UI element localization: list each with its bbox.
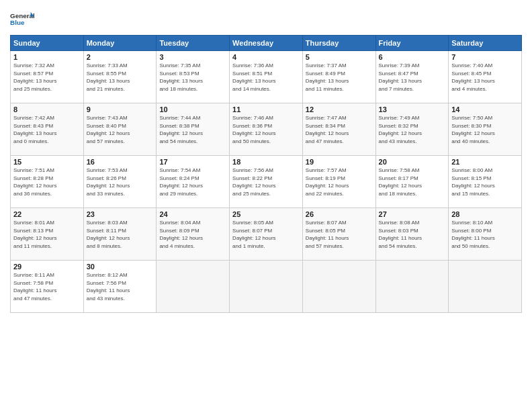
day-detail: Sunrise: 8:00 AMSunset: 8:15 PMDaylight:… [451, 167, 519, 197]
day-detail: Sunrise: 7:51 AMSunset: 8:28 PMDaylight:… [13, 167, 81, 197]
weekday-header: Monday [83, 36, 157, 51]
svg-text:Blue: Blue [10, 19, 25, 26]
day-detail: Sunrise: 7:35 AMSunset: 8:53 PMDaylight:… [159, 62, 226, 93]
day-detail: Sunrise: 8:04 AMSunset: 8:09 PMDaylight:… [159, 219, 226, 250]
day-detail: Sunrise: 7:50 AMSunset: 8:30 PMDaylight:… [451, 114, 519, 145]
day-detail: Sunrise: 7:58 AMSunset: 8:17 PMDaylight:… [379, 167, 446, 197]
day-detail: Sunrise: 8:12 AMSunset: 7:56 PMDaylight:… [87, 271, 154, 302]
weekday-header: Saturday [449, 36, 522, 51]
day-number: 15 [13, 158, 81, 166]
calendar-header-row: SundayMondayTuesdayWednesdayThursdayFrid… [11, 36, 522, 51]
calendar-day-cell: 7 Sunrise: 7:40 AMSunset: 8:45 PMDayligh… [449, 51, 522, 103]
day-detail: Sunrise: 7:33 AMSunset: 8:55 PMDaylight:… [87, 62, 154, 93]
day-number: 19 [306, 158, 373, 166]
day-number: 2 [87, 53, 154, 61]
calendar-day-cell: 6 Sunrise: 7:39 AMSunset: 8:47 PMDayligh… [375, 51, 449, 103]
day-number: 25 [232, 210, 300, 218]
day-detail: Sunrise: 7:32 AMSunset: 8:57 PMDaylight:… [13, 62, 81, 93]
calendar-day-cell [302, 261, 375, 313]
day-detail: Sunrise: 7:37 AMSunset: 8:49 PMDaylight:… [306, 62, 373, 93]
page: General Blue SundayMondayTuesdayWednesda… [0, 0, 532, 411]
day-number: 12 [306, 105, 373, 113]
day-number: 1 [13, 53, 81, 61]
calendar-day-cell [375, 261, 449, 313]
calendar-week-row: 1 Sunrise: 7:32 AMSunset: 8:57 PMDayligh… [11, 51, 522, 103]
calendar-week-row: 29 Sunrise: 8:11 AMSunset: 7:58 PMDaylig… [11, 261, 522, 313]
day-detail: Sunrise: 7:36 AMSunset: 8:51 PMDaylight:… [232, 62, 300, 93]
calendar-day-cell: 4 Sunrise: 7:36 AMSunset: 8:51 PMDayligh… [230, 51, 303, 103]
day-number: 28 [451, 210, 519, 218]
weekday-header: Thursday [302, 36, 375, 51]
calendar-day-cell: 11 Sunrise: 7:46 AMSunset: 8:36 PMDaylig… [230, 103, 303, 156]
calendar-day-cell: 10 Sunrise: 7:44 AMSunset: 8:38 PMDaylig… [157, 103, 230, 156]
calendar-day-cell: 15 Sunrise: 7:51 AMSunset: 8:28 PMDaylig… [11, 156, 84, 208]
day-number: 20 [379, 158, 446, 166]
weekday-header: Friday [375, 36, 449, 51]
day-number: 6 [379, 53, 446, 61]
calendar-day-cell: 16 Sunrise: 7:53 AMSunset: 8:26 PMDaylig… [83, 156, 157, 208]
logo-svg: General Blue [10, 7, 34, 31]
day-detail: Sunrise: 8:05 AMSunset: 8:07 PMDaylight:… [232, 219, 300, 250]
day-detail: Sunrise: 8:07 AMSunset: 8:05 PMDaylight:… [306, 219, 373, 250]
calendar-day-cell: 28 Sunrise: 8:10 AMSunset: 8:00 PMDaylig… [449, 208, 522, 261]
day-number: 24 [159, 210, 226, 218]
calendar-day-cell: 23 Sunrise: 8:03 AMSunset: 8:11 PMDaylig… [83, 208, 157, 261]
calendar-day-cell: 3 Sunrise: 7:35 AMSunset: 8:53 PMDayligh… [157, 51, 230, 103]
day-number: 30 [87, 263, 154, 271]
day-number: 17 [159, 158, 226, 166]
day-number: 10 [159, 105, 226, 113]
calendar-day-cell: 2 Sunrise: 7:33 AMSunset: 8:55 PMDayligh… [83, 51, 157, 103]
day-detail: Sunrise: 7:57 AMSunset: 8:19 PMDaylight:… [306, 167, 373, 197]
calendar-day-cell [230, 261, 303, 313]
day-detail: Sunrise: 8:11 AMSunset: 7:58 PMDaylight:… [13, 271, 81, 302]
logo: General Blue [10, 7, 34, 31]
calendar-day-cell: 26 Sunrise: 8:07 AMSunset: 8:05 PMDaylig… [302, 208, 375, 261]
day-detail: Sunrise: 8:08 AMSunset: 8:03 PMDaylight:… [379, 219, 446, 250]
day-number: 29 [13, 263, 81, 271]
day-number: 9 [87, 105, 154, 113]
calendar-day-cell: 8 Sunrise: 7:42 AMSunset: 8:43 PMDayligh… [11, 103, 84, 156]
weekday-header: Tuesday [157, 36, 230, 51]
day-detail: Sunrise: 7:47 AMSunset: 8:34 PMDaylight:… [306, 114, 373, 145]
calendar-week-row: 15 Sunrise: 7:51 AMSunset: 8:28 PMDaylig… [11, 156, 522, 208]
day-detail: Sunrise: 7:46 AMSunset: 8:36 PMDaylight:… [232, 114, 300, 145]
day-number: 5 [306, 53, 373, 61]
calendar-day-cell: 20 Sunrise: 7:58 AMSunset: 8:17 PMDaylig… [375, 156, 449, 208]
calendar-day-cell: 14 Sunrise: 7:50 AMSunset: 8:30 PMDaylig… [449, 103, 522, 156]
calendar-table: SundayMondayTuesdayWednesdayThursdayFrid… [10, 35, 522, 313]
calendar-day-cell: 18 Sunrise: 7:56 AMSunset: 8:22 PMDaylig… [230, 156, 303, 208]
calendar-day-cell: 21 Sunrise: 8:00 AMSunset: 8:15 PMDaylig… [449, 156, 522, 208]
calendar-day-cell [449, 261, 522, 313]
day-number: 11 [232, 105, 300, 113]
day-number: 23 [87, 210, 154, 218]
day-number: 3 [159, 53, 226, 61]
day-detail: Sunrise: 7:39 AMSunset: 8:47 PMDaylight:… [379, 62, 446, 93]
day-detail: Sunrise: 8:01 AMSunset: 8:13 PMDaylight:… [13, 219, 81, 250]
day-number: 26 [306, 210, 373, 218]
day-detail: Sunrise: 7:44 AMSunset: 8:38 PMDaylight:… [159, 114, 226, 145]
weekday-header: Wednesday [230, 36, 303, 51]
day-number: 14 [451, 105, 519, 113]
calendar-day-cell [157, 261, 230, 313]
day-number: 4 [232, 53, 300, 61]
weekday-header: Sunday [11, 36, 84, 51]
day-number: 18 [232, 158, 300, 166]
calendar-day-cell: 27 Sunrise: 8:08 AMSunset: 8:03 PMDaylig… [375, 208, 449, 261]
day-detail: Sunrise: 8:03 AMSunset: 8:11 PMDaylight:… [87, 219, 154, 250]
calendar-day-cell: 29 Sunrise: 8:11 AMSunset: 7:58 PMDaylig… [11, 261, 84, 313]
calendar-day-cell: 1 Sunrise: 7:32 AMSunset: 8:57 PMDayligh… [11, 51, 84, 103]
day-number: 22 [13, 210, 81, 218]
day-detail: Sunrise: 8:10 AMSunset: 8:00 PMDaylight:… [451, 219, 519, 250]
day-detail: Sunrise: 7:43 AMSunset: 8:40 PMDaylight:… [87, 114, 154, 145]
calendar-day-cell: 17 Sunrise: 7:54 AMSunset: 8:24 PMDaylig… [157, 156, 230, 208]
day-detail: Sunrise: 7:40 AMSunset: 8:45 PMDaylight:… [451, 62, 519, 93]
day-number: 8 [13, 105, 81, 113]
calendar-day-cell: 5 Sunrise: 7:37 AMSunset: 8:49 PMDayligh… [302, 51, 375, 103]
day-number: 7 [451, 53, 519, 61]
calendar-day-cell: 22 Sunrise: 8:01 AMSunset: 8:13 PMDaylig… [11, 208, 84, 261]
day-number: 16 [87, 158, 154, 166]
calendar-day-cell: 25 Sunrise: 8:05 AMSunset: 8:07 PMDaylig… [230, 208, 303, 261]
calendar-week-row: 8 Sunrise: 7:42 AMSunset: 8:43 PMDayligh… [11, 103, 522, 156]
day-detail: Sunrise: 7:53 AMSunset: 8:26 PMDaylight:… [87, 167, 154, 197]
day-detail: Sunrise: 7:56 AMSunset: 8:22 PMDaylight:… [232, 167, 300, 197]
